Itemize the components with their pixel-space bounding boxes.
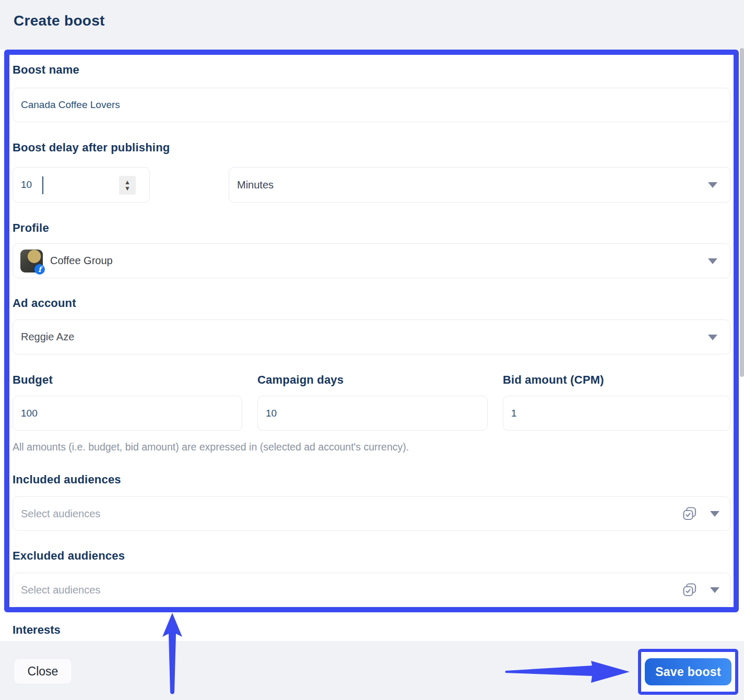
stepper-up-icon[interactable]: ▲	[124, 180, 131, 185]
budget-input[interactable]	[13, 396, 242, 430]
select-all-audiences-icon[interactable]	[683, 583, 696, 597]
scrollbar[interactable]	[740, 48, 744, 377]
bid-amount-label: Bid amount (CPM)	[503, 373, 604, 387]
boost-name-label: Boost name	[13, 63, 79, 77]
profile-label: Profile	[13, 221, 49, 235]
bid-amount-field-box	[503, 396, 730, 431]
annotation-arrow-right-icon	[504, 660, 631, 686]
boost-delay-field-box: ▲ ▼	[13, 167, 150, 203]
chevron-down-icon	[708, 335, 717, 340]
chevron-down-icon	[708, 182, 717, 188]
campaign-days-input[interactable]	[258, 396, 487, 430]
modal-footer: Close Save boost	[0, 641, 744, 700]
campaign-days-field-box	[257, 396, 488, 431]
ad-account-label: Ad account	[13, 296, 76, 310]
ad-account-value: Reggie Aze	[13, 331, 74, 343]
excluded-audiences-select[interactable]: Select audiences	[13, 573, 730, 607]
boost-name-input[interactable]	[13, 88, 730, 122]
stepper-down-icon[interactable]: ▼	[124, 186, 131, 191]
text-caret	[42, 176, 43, 194]
modal-header: Create boost	[0, 0, 744, 50]
profile-value: Coffee Group	[50, 255, 113, 267]
included-audiences-placeholder: Select audiences	[13, 508, 100, 520]
campaign-days-label: Campaign days	[257, 373, 344, 387]
facebook-badge-icon: f	[34, 264, 45, 275]
budget-field-box	[13, 396, 242, 431]
close-button[interactable]: Close	[14, 658, 72, 684]
select-all-audiences-icon[interactable]	[683, 507, 696, 520]
chevron-down-icon[interactable]	[710, 511, 719, 517]
bid-amount-input[interactable]	[503, 396, 730, 430]
currency-note: All amounts (i.e. budget, bid amount) ar…	[13, 441, 409, 453]
excluded-audiences-placeholder: Select audiences	[13, 584, 100, 596]
profile-select[interactable]: f Coffee Group	[13, 243, 730, 278]
delay-unit-select[interactable]: Minutes	[229, 167, 730, 203]
included-audiences-label: Included audiences	[13, 473, 121, 487]
interests-label: Interests	[13, 623, 61, 637]
ad-account-select[interactable]: Reggie Aze	[13, 319, 730, 354]
budget-label: Budget	[13, 373, 53, 387]
number-stepper[interactable]: ▲ ▼	[119, 176, 136, 195]
save-button-highlight-annotation: Save boost	[638, 649, 738, 695]
save-boost-button[interactable]: Save boost	[645, 658, 731, 685]
profile-avatar: f	[20, 250, 43, 272]
included-audiences-select[interactable]: Select audiences	[13, 496, 730, 531]
delay-unit-value: Minutes	[229, 179, 274, 191]
annotation-arrow-up-icon	[158, 612, 186, 698]
chevron-down-icon[interactable]	[710, 587, 719, 593]
boost-name-field-box	[13, 88, 730, 122]
excluded-audiences-label: Excluded audiences	[13, 549, 125, 563]
page-title: Create boost	[14, 13, 105, 29]
chevron-down-icon	[708, 258, 717, 264]
boost-delay-label: Boost delay after publishing	[13, 141, 170, 155]
form-highlight-annotation: Boost name Boost delay after publishing …	[4, 50, 739, 612]
